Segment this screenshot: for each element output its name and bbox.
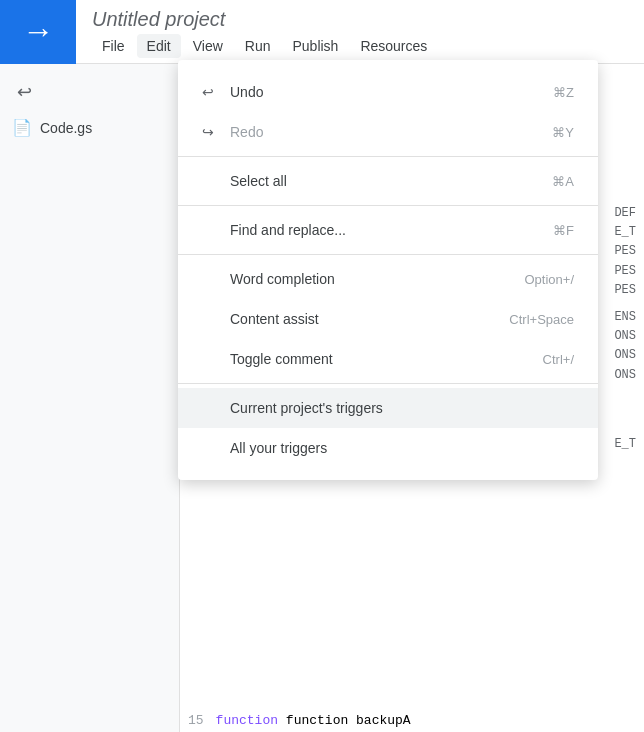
dropdown-item-current-triggers[interactable]: Current project's triggers bbox=[178, 388, 598, 428]
content-assist-text: Content assist bbox=[230, 311, 319, 327]
select-all-text: Select all bbox=[230, 173, 287, 189]
dropdown-item-find-replace[interactable]: Find and replace... ⌘F bbox=[178, 210, 598, 250]
find-replace-shortcut: ⌘F bbox=[553, 223, 574, 238]
find-replace-label: Find and replace... bbox=[202, 222, 346, 238]
content-assist-label: Content assist bbox=[202, 311, 319, 327]
dropdown-item-content-assist[interactable]: Content assist Ctrl+Space bbox=[178, 299, 598, 339]
toggle-comment-text: Toggle comment bbox=[230, 351, 333, 367]
dropdown-item-select-all[interactable]: Select all ⌘A bbox=[178, 161, 598, 201]
select-all-label: Select all bbox=[202, 173, 287, 189]
dropdown-section-undoredo: ↩ Undo ⌘Z ↪ Redo ⌘Y bbox=[178, 68, 598, 157]
edit-dropdown-menu: ↩ Undo ⌘Z ↪ Redo ⌘Y Select all ⌘A bbox=[178, 60, 598, 480]
dropdown-section-select: Select all ⌘A bbox=[178, 157, 598, 206]
word-completion-text: Word completion bbox=[230, 271, 335, 287]
word-completion-label: Word completion bbox=[202, 271, 335, 287]
undo-text: Undo bbox=[230, 84, 263, 100]
dropdown-section-completion: Word completion Option+/ Content assist … bbox=[178, 255, 598, 384]
dropdown-item-word-completion[interactable]: Word completion Option+/ bbox=[178, 259, 598, 299]
dropdown-item-redo: ↪ Redo ⌘Y bbox=[178, 112, 598, 152]
select-all-shortcut: ⌘A bbox=[552, 174, 574, 189]
dropdown-item-toggle-comment[interactable]: Toggle comment Ctrl+/ bbox=[178, 339, 598, 379]
word-completion-shortcut: Option+/ bbox=[524, 272, 574, 287]
dropdown-item-undo[interactable]: ↩ Undo ⌘Z bbox=[178, 72, 598, 112]
toggle-comment-label: Toggle comment bbox=[202, 351, 333, 367]
undo-icon: ↩ bbox=[202, 84, 222, 100]
redo-text: Redo bbox=[230, 124, 263, 140]
find-replace-text: Find and replace... bbox=[230, 222, 346, 238]
redo-label: ↪ Redo bbox=[202, 124, 263, 140]
undo-label: ↩ Undo bbox=[202, 84, 263, 100]
all-triggers-label: All your triggers bbox=[202, 440, 327, 456]
redo-icon: ↪ bbox=[202, 124, 222, 140]
toggle-comment-shortcut: Ctrl+/ bbox=[543, 352, 574, 367]
current-triggers-text: Current project's triggers bbox=[230, 400, 383, 416]
dropdown-overlay[interactable]: ↩ Undo ⌘Z ↪ Redo ⌘Y Select all ⌘A bbox=[0, 0, 644, 732]
undo-shortcut: ⌘Z bbox=[553, 85, 574, 100]
current-triggers-label: Current project's triggers bbox=[202, 400, 383, 416]
content-assist-shortcut: Ctrl+Space bbox=[509, 312, 574, 327]
dropdown-section-triggers: Current project's triggers All your trig… bbox=[178, 384, 598, 472]
all-triggers-text: All your triggers bbox=[230, 440, 327, 456]
dropdown-item-all-triggers[interactable]: All your triggers bbox=[178, 428, 598, 468]
dropdown-section-find: Find and replace... ⌘F bbox=[178, 206, 598, 255]
redo-shortcut: ⌘Y bbox=[552, 125, 574, 140]
